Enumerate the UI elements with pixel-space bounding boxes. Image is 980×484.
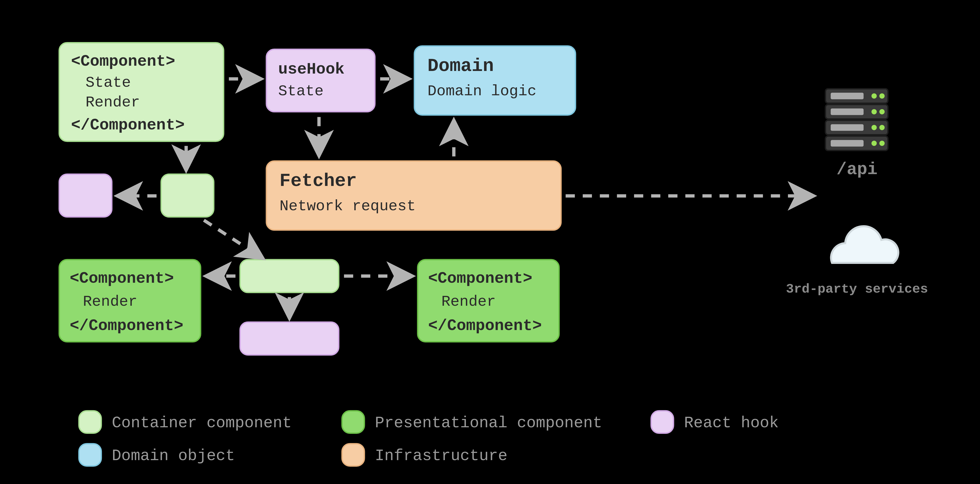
server-icon xyxy=(826,89,888,151)
svg-rect-20 xyxy=(161,174,214,217)
svg-text:</Component>: </Component> xyxy=(71,116,185,134)
architecture-diagram: <Component> State Render </Component> us… xyxy=(0,0,980,484)
svg-point-44 xyxy=(872,93,877,98)
svg-text:</Component>: </Component> xyxy=(70,317,183,335)
cloud-icon xyxy=(831,226,898,263)
arrow-a-to-b xyxy=(204,220,262,257)
svg-text:Network request: Network request xyxy=(280,198,416,215)
svg-text:Domain: Domain xyxy=(428,56,494,76)
node-domain: Domain Domain logic xyxy=(414,46,576,115)
svg-point-48 xyxy=(872,125,877,130)
node-presentational-left: <Component> Render </Component> xyxy=(59,260,200,342)
svg-text:Render: Render xyxy=(83,293,137,310)
svg-text:useHook: useHook xyxy=(278,60,345,78)
node-container-small-2 xyxy=(240,260,339,293)
node-usehook: useHook State xyxy=(266,49,375,112)
svg-text:<Component>: <Component> xyxy=(71,52,175,70)
node-container-small-1 xyxy=(161,174,214,217)
node-presentational-right: <Component> Render </Component> xyxy=(418,260,559,342)
node-container-main: <Component> State Render </Component> xyxy=(59,43,224,141)
svg-text:</Component>: </Component> xyxy=(428,317,542,335)
svg-rect-43 xyxy=(831,140,864,146)
svg-rect-60 xyxy=(342,444,364,466)
node-hook-small-left xyxy=(59,174,112,217)
legend-container: Container component xyxy=(112,414,292,432)
node-hook-small-mid xyxy=(240,322,339,355)
legend-hook: React hook xyxy=(684,414,779,432)
svg-rect-24 xyxy=(240,322,339,355)
svg-point-49 xyxy=(880,125,885,130)
svg-point-51 xyxy=(880,141,885,146)
svg-text:<Component>: <Component> xyxy=(428,270,532,287)
svg-rect-18 xyxy=(59,174,112,217)
svg-point-50 xyxy=(872,141,877,146)
svg-text:Render: Render xyxy=(86,94,140,111)
legend-infra: Infrastructure xyxy=(375,447,508,465)
svg-rect-6 xyxy=(266,49,375,112)
legend-domain: Domain object xyxy=(112,447,235,465)
legend-presentational: Presentational component xyxy=(375,414,602,432)
svg-rect-54 xyxy=(342,411,364,433)
svg-rect-58 xyxy=(79,444,101,466)
svg-rect-56 xyxy=(651,411,673,433)
node-fetcher: Fetcher Network request xyxy=(266,161,561,230)
svg-text:<Component>: <Component> xyxy=(70,270,174,287)
svg-rect-41 xyxy=(831,108,864,115)
third-party-label: 3rd-party services xyxy=(786,282,928,297)
svg-rect-52 xyxy=(79,411,101,433)
svg-text:Fetcher: Fetcher xyxy=(280,171,357,191)
svg-text:State: State xyxy=(86,74,131,91)
svg-point-45 xyxy=(880,93,885,98)
svg-rect-40 xyxy=(831,93,864,99)
svg-text:Domain logic: Domain logic xyxy=(428,83,536,100)
svg-rect-22 xyxy=(240,260,339,293)
svg-text:Render: Render xyxy=(441,293,496,310)
svg-text:State: State xyxy=(278,83,324,100)
svg-point-47 xyxy=(880,109,885,114)
api-label: /api xyxy=(837,160,877,179)
legend: Container component Presentational compo… xyxy=(79,411,779,466)
svg-point-46 xyxy=(872,109,877,114)
svg-rect-42 xyxy=(831,124,864,131)
